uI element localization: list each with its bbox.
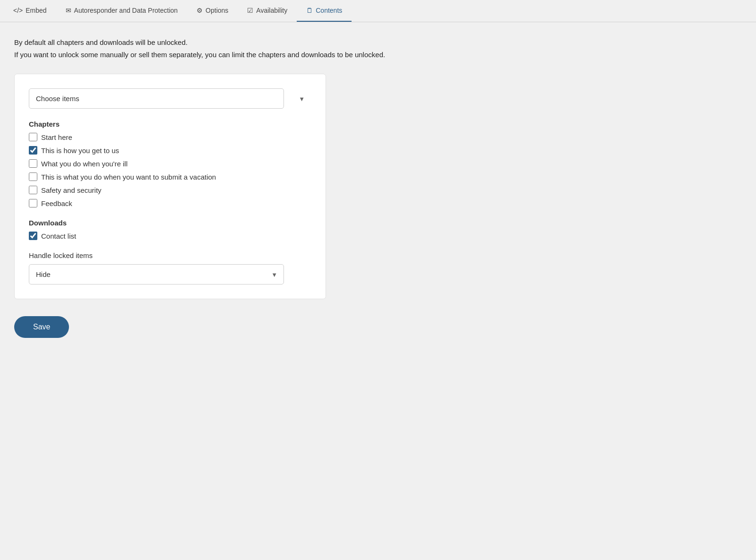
downloads-list: Contact list <box>29 232 311 240</box>
chapter-what-you-do[interactable]: What you do when you're ill <box>29 159 311 168</box>
chapters-label: Chapters <box>29 120 311 128</box>
chapter-feedback-label: Feedback <box>41 199 72 207</box>
chapter-safety[interactable]: Safety and security <box>29 186 311 194</box>
chapter-this-is-how-checkbox[interactable] <box>29 146 37 155</box>
tab-embed[interactable]: </> Embed <box>4 0 56 22</box>
chapter-safety-checkbox[interactable] <box>29 186 37 194</box>
chapter-vacation-checkbox[interactable] <box>29 172 37 181</box>
tab-bar: </> Embed ✉ Autoresponder and Data Prote… <box>0 0 756 22</box>
download-contact-list[interactable]: Contact list <box>29 232 311 240</box>
chapter-safety-label: Safety and security <box>41 186 102 194</box>
download-contact-list-label: Contact list <box>41 232 76 240</box>
tab-autoresponder-label: Autoresponder and Data Protection <box>74 7 178 14</box>
tab-options-label: Options <box>206 7 228 14</box>
check-icon: ☑ <box>247 7 253 14</box>
choose-items-chevron-icon: ▼ <box>299 95 305 102</box>
chapter-feedback[interactable]: Feedback <box>29 199 311 207</box>
chapter-vacation[interactable]: This is what you do when you want to sub… <box>29 172 311 181</box>
tab-autoresponder[interactable]: ✉ Autoresponder and Data Protection <box>56 0 187 22</box>
tab-availability-label: Availability <box>256 7 287 14</box>
handle-locked-label: Handle locked items <box>29 251 311 259</box>
chapters-list: Start here This is how you get to us Wha… <box>29 133 311 207</box>
chapter-this-is-how-label: This is how you get to us <box>41 146 119 155</box>
chapter-start-here-checkbox[interactable] <box>29 133 37 141</box>
chapter-vacation-label: This is what you do when you want to sub… <box>41 173 216 181</box>
email-icon: ✉ <box>66 7 71 14</box>
chapter-start-here-label: Start here <box>41 133 72 141</box>
description-line1: By default all chapters and downloads wi… <box>14 36 742 49</box>
chapter-what-you-do-checkbox[interactable] <box>29 159 37 168</box>
tab-options[interactable]: ⚙ Options <box>187 0 238 22</box>
app-container: </> Embed ✉ Autoresponder and Data Prote… <box>0 0 756 560</box>
description: By default all chapters and downloads wi… <box>14 36 742 60</box>
chapter-start-here[interactable]: Start here <box>29 133 311 141</box>
description-line2: If you want to unlock some manually or s… <box>14 49 742 61</box>
choose-items-wrapper: Choose items ▼ <box>29 88 311 109</box>
embed-icon: </> <box>13 7 23 14</box>
tab-contents[interactable]: 🗒 Contents <box>297 0 352 22</box>
contents-card: Choose items ▼ Chapters Start here This … <box>14 74 326 299</box>
handle-locked-select[interactable]: Hide Show Disable <box>29 264 284 284</box>
tab-embed-label: Embed <box>26 7 46 14</box>
contents-icon: 🗒 <box>306 7 313 14</box>
main-content: By default all chapters and downloads wi… <box>0 22 756 352</box>
handle-locked-wrapper: Hide Show Disable ▼ <box>29 264 284 284</box>
downloads-label: Downloads <box>29 219 311 227</box>
tab-availability[interactable]: ☑ Availability <box>238 0 297 22</box>
tab-contents-label: Contents <box>316 7 342 14</box>
gear-icon: ⚙ <box>197 7 203 14</box>
chapter-feedback-checkbox[interactable] <box>29 199 37 207</box>
download-contact-list-checkbox[interactable] <box>29 232 37 240</box>
chapter-what-you-do-label: What you do when you're ill <box>41 160 128 168</box>
save-button[interactable]: Save <box>14 316 69 338</box>
choose-items-select[interactable]: Choose items <box>29 88 284 109</box>
chapter-this-is-how[interactable]: This is how you get to us <box>29 146 311 155</box>
